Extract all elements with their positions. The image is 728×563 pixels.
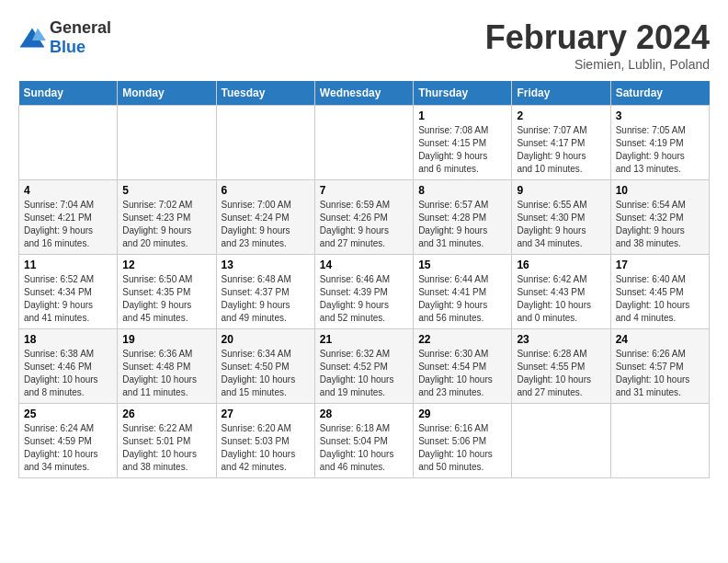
calendar-cell <box>314 106 413 180</box>
day-number: 15 <box>418 259 506 271</box>
day-number: 10 <box>616 184 704 197</box>
day-info: Sunrise: 6:40 AM Sunset: 4:45 PM Dayligh… <box>616 273 704 325</box>
calendar-cell <box>610 404 709 478</box>
weekday-header-row: SundayMondayTuesdayWednesdayThursdayFrid… <box>19 81 710 106</box>
day-number: 20 <box>222 333 310 346</box>
day-number: 22 <box>418 333 506 346</box>
day-number: 8 <box>418 184 506 197</box>
day-number: 5 <box>122 184 210 197</box>
day-info: Sunrise: 6:59 AM Sunset: 4:26 PM Dayligh… <box>320 199 408 250</box>
day-info: Sunrise: 6:50 AM Sunset: 4:35 PM Dayligh… <box>122 273 210 325</box>
day-number: 13 <box>222 259 310 271</box>
calendar-cell <box>19 106 118 180</box>
calendar-week-row: 4Sunrise: 7:04 AM Sunset: 4:21 PM Daylig… <box>19 180 710 255</box>
calendar-cell: 25Sunrise: 6:24 AM Sunset: 4:59 PM Dayli… <box>19 404 118 478</box>
calendar-title: February 2024 <box>485 18 710 57</box>
day-info: Sunrise: 6:52 AM Sunset: 4:34 PM Dayligh… <box>24 273 112 325</box>
calendar-cell: 9Sunrise: 6:55 AM Sunset: 4:30 PM Daylig… <box>512 180 610 255</box>
day-info: Sunrise: 7:02 AM Sunset: 4:23 PM Dayligh… <box>122 199 210 250</box>
calendar-cell: 23Sunrise: 6:28 AM Sunset: 4:55 PM Dayli… <box>512 329 610 404</box>
logo: General Blue <box>18 18 111 57</box>
title-area: February 2024 Siemien, Lublin, Poland <box>485 18 710 72</box>
weekday-header-friday: Friday <box>512 81 610 106</box>
day-number: 6 <box>222 184 310 197</box>
calendar-cell: 15Sunrise: 6:44 AM Sunset: 4:41 PM Dayli… <box>414 255 512 329</box>
day-number: 16 <box>517 259 605 271</box>
day-number: 9 <box>517 184 605 197</box>
day-info: Sunrise: 6:22 AM Sunset: 5:01 PM Dayligh… <box>122 422 210 474</box>
calendar-week-row: 25Sunrise: 6:24 AM Sunset: 4:59 PM Dayli… <box>19 404 710 478</box>
day-info: Sunrise: 7:00 AM Sunset: 4:24 PM Dayligh… <box>222 199 310 250</box>
calendar-cell: 29Sunrise: 6:16 AM Sunset: 5:06 PM Dayli… <box>414 404 512 478</box>
calendar-cell: 27Sunrise: 6:20 AM Sunset: 5:03 PM Dayli… <box>216 404 314 478</box>
logo-icon <box>18 27 46 49</box>
weekday-header-saturday: Saturday <box>610 81 709 106</box>
weekday-header-wednesday: Wednesday <box>314 81 413 106</box>
day-info: Sunrise: 6:57 AM Sunset: 4:28 PM Dayligh… <box>418 199 506 250</box>
day-info: Sunrise: 6:26 AM Sunset: 4:57 PM Dayligh… <box>616 348 704 399</box>
day-number: 3 <box>616 109 704 122</box>
calendar-cell: 7Sunrise: 6:59 AM Sunset: 4:26 PM Daylig… <box>314 180 413 255</box>
day-info: Sunrise: 6:38 AM Sunset: 4:46 PM Dayligh… <box>24 348 112 399</box>
day-number: 11 <box>24 259 112 271</box>
day-info: Sunrise: 6:30 AM Sunset: 4:54 PM Dayligh… <box>418 348 506 399</box>
calendar-cell: 6Sunrise: 7:00 AM Sunset: 4:24 PM Daylig… <box>216 180 314 255</box>
day-number: 28 <box>320 408 408 420</box>
day-info: Sunrise: 6:28 AM Sunset: 4:55 PM Dayligh… <box>517 348 605 399</box>
day-number: 25 <box>24 408 112 420</box>
day-number: 7 <box>320 184 408 197</box>
day-number: 26 <box>122 408 210 420</box>
weekday-header-tuesday: Tuesday <box>216 81 314 106</box>
calendar-cell: 2Sunrise: 7:07 AM Sunset: 4:17 PM Daylig… <box>512 106 610 180</box>
weekday-header-monday: Monday <box>118 81 216 106</box>
calendar-cell: 28Sunrise: 6:18 AM Sunset: 5:04 PM Dayli… <box>314 404 413 478</box>
calendar-cell <box>512 404 610 478</box>
calendar-week-row: 11Sunrise: 6:52 AM Sunset: 4:34 PM Dayli… <box>19 255 710 329</box>
calendar-cell <box>118 106 216 180</box>
calendar-week-row: 18Sunrise: 6:38 AM Sunset: 4:46 PM Dayli… <box>19 329 710 404</box>
day-number: 21 <box>320 333 408 346</box>
day-info: Sunrise: 7:05 AM Sunset: 4:19 PM Dayligh… <box>616 124 704 176</box>
weekday-header-thursday: Thursday <box>414 81 512 106</box>
calendar-subtitle: Siemien, Lublin, Poland <box>485 57 710 72</box>
calendar-cell: 17Sunrise: 6:40 AM Sunset: 4:45 PM Dayli… <box>610 255 709 329</box>
day-number: 18 <box>24 333 112 346</box>
day-info: Sunrise: 6:20 AM Sunset: 5:03 PM Dayligh… <box>222 422 310 474</box>
calendar-cell: 24Sunrise: 6:26 AM Sunset: 4:57 PM Dayli… <box>610 329 709 404</box>
calendar-cell <box>216 106 314 180</box>
day-info: Sunrise: 7:04 AM Sunset: 4:21 PM Dayligh… <box>24 199 112 250</box>
day-info: Sunrise: 6:16 AM Sunset: 5:06 PM Dayligh… <box>418 422 506 474</box>
calendar-cell: 21Sunrise: 6:32 AM Sunset: 4:52 PM Dayli… <box>314 329 413 404</box>
day-number: 29 <box>418 408 506 420</box>
day-info: Sunrise: 6:34 AM Sunset: 4:50 PM Dayligh… <box>222 348 310 399</box>
calendar-cell: 8Sunrise: 6:57 AM Sunset: 4:28 PM Daylig… <box>414 180 512 255</box>
calendar-cell: 18Sunrise: 6:38 AM Sunset: 4:46 PM Dayli… <box>19 329 118 404</box>
day-info: Sunrise: 6:46 AM Sunset: 4:39 PM Dayligh… <box>320 273 408 325</box>
day-info: Sunrise: 6:24 AM Sunset: 4:59 PM Dayligh… <box>24 422 112 474</box>
day-number: 23 <box>517 333 605 346</box>
day-number: 24 <box>616 333 704 346</box>
calendar-week-row: 1Sunrise: 7:08 AM Sunset: 4:15 PM Daylig… <box>19 106 710 180</box>
calendar-cell: 26Sunrise: 6:22 AM Sunset: 5:01 PM Dayli… <box>118 404 216 478</box>
weekday-header-sunday: Sunday <box>19 81 118 106</box>
calendar-cell: 19Sunrise: 6:36 AM Sunset: 4:48 PM Dayli… <box>118 329 216 404</box>
day-number: 17 <box>616 259 704 271</box>
day-info: Sunrise: 6:18 AM Sunset: 5:04 PM Dayligh… <box>320 422 408 474</box>
day-info: Sunrise: 6:32 AM Sunset: 4:52 PM Dayligh… <box>320 348 408 399</box>
calendar-cell: 16Sunrise: 6:42 AM Sunset: 4:43 PM Dayli… <box>512 255 610 329</box>
day-number: 2 <box>517 109 605 122</box>
calendar-cell: 5Sunrise: 7:02 AM Sunset: 4:23 PM Daylig… <box>118 180 216 255</box>
calendar-cell: 4Sunrise: 7:04 AM Sunset: 4:21 PM Daylig… <box>19 180 118 255</box>
calendar-cell: 11Sunrise: 6:52 AM Sunset: 4:34 PM Dayli… <box>19 255 118 329</box>
calendar-cell: 20Sunrise: 6:34 AM Sunset: 4:50 PM Dayli… <box>216 329 314 404</box>
day-info: Sunrise: 6:55 AM Sunset: 4:30 PM Dayligh… <box>517 199 605 250</box>
day-number: 19 <box>122 333 210 346</box>
logo-blue-text: Blue <box>50 38 85 56</box>
day-number: 1 <box>418 109 506 122</box>
day-info: Sunrise: 6:48 AM Sunset: 4:37 PM Dayligh… <box>222 273 310 325</box>
day-number: 12 <box>122 259 210 271</box>
calendar-cell: 14Sunrise: 6:46 AM Sunset: 4:39 PM Dayli… <box>314 255 413 329</box>
header: General Blue February 2024 Siemien, Lubl… <box>18 18 710 72</box>
calendar-cell: 13Sunrise: 6:48 AM Sunset: 4:37 PM Dayli… <box>216 255 314 329</box>
day-number: 27 <box>222 408 310 420</box>
